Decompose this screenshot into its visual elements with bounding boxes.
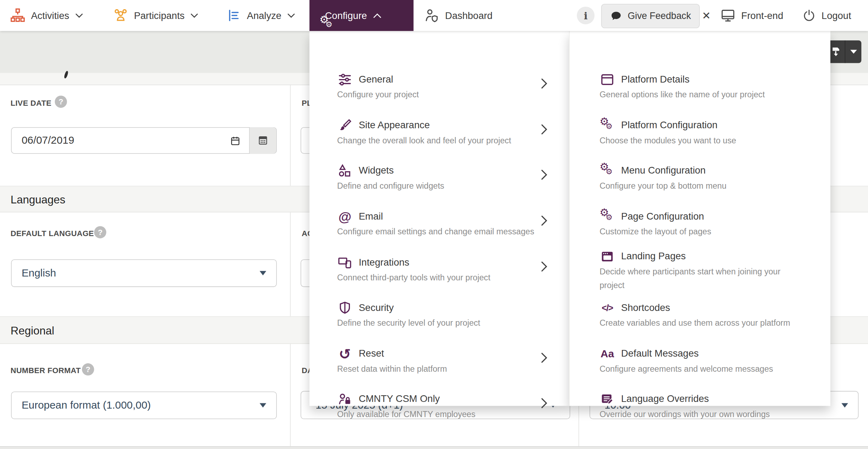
- menu-item-subtitle: Customize the layout of pages: [600, 224, 798, 238]
- save-split-button[interactable]: [827, 40, 862, 63]
- menu-item-email[interactable]: @ Email Configure email settings and cha…: [309, 210, 553, 253]
- menu-item-integrations[interactable]: Integrations Connect third-party tools w…: [309, 256, 553, 299]
- nav-item-participants[interactable]: Participants: [113, 0, 199, 31]
- top-navigation: Activities Participants Analyze ⚙⚙ Confi…: [0, 0, 868, 31]
- help-glyph: ?: [58, 97, 63, 106]
- speech-bubble-icon: [610, 10, 622, 22]
- menu-item-subtitle: Define and configure widgets: [337, 178, 564, 192]
- menu-item-title: Site Appearance: [359, 119, 430, 131]
- calendar-button[interactable]: [249, 127, 276, 154]
- aa-glyph: Aa: [601, 349, 614, 359]
- person-lock-icon: [337, 391, 353, 407]
- menu-item-subtitle: Choose the modules you want to use: [600, 133, 798, 147]
- help-glyph: ?: [98, 228, 102, 236]
- menu-item-subtitle: Change the overall look and feel of your…: [337, 133, 564, 147]
- gears-icon: ⚙⚙: [600, 163, 615, 178]
- nav-item-logout[interactable]: Logout: [802, 0, 851, 31]
- nav-item-front-end[interactable]: Front-end: [720, 0, 783, 31]
- gear-glyph: ⚙: [326, 20, 333, 28]
- at-icon: @: [337, 209, 353, 224]
- footer-strip: [0, 446, 868, 449]
- at-glyph: @: [338, 211, 351, 222]
- code-glyph: </>: [602, 302, 613, 313]
- nav-item-label: Analyze: [247, 10, 281, 21]
- help-icon[interactable]: ?: [94, 226, 107, 239]
- menu-item-widgets[interactable]: Widgets Define and configure widgets: [309, 164, 553, 207]
- menu-item-subtitle: Configure email settings and change emai…: [337, 224, 564, 238]
- menu-item-title: Menu Configuration: [621, 164, 706, 176]
- reset-icon: ↺: [337, 346, 353, 362]
- menu-item-subtitle: Only available for CMNTY employees: [337, 407, 564, 421]
- menu-item-title: Default Messages: [621, 347, 698, 359]
- chevron-right-icon: [540, 352, 549, 364]
- close-feedback-button[interactable]: ✕: [702, 9, 711, 22]
- info-button[interactable]: i: [577, 7, 594, 24]
- menu-item-platform-configuration[interactable]: ⚙⚙ Platform Configuration Choose the mod…: [572, 119, 816, 162]
- chevron-down-icon: [260, 271, 266, 275]
- menu-item-subtitle: Define the security level of your projec…: [337, 316, 564, 330]
- close-icon: ✕: [702, 10, 711, 21]
- menu-item-landing-pages[interactable]: Landing Pages Decide where participants …: [572, 250, 816, 305]
- app-root: LIVE DATE ? 06/07/2019 PL Languages DEFA…: [0, 0, 868, 449]
- nav-item-label: Participants: [134, 10, 185, 21]
- number-format-label: NUMBER FORMAT: [11, 366, 81, 375]
- give-feedback-button[interactable]: Give Feedback: [601, 4, 700, 28]
- chevron-down-icon: [287, 13, 296, 18]
- menu-item-page-configuration[interactable]: ⚙⚙ Page Configuration Customize the layo…: [572, 210, 816, 253]
- date-picker-icon[interactable]: [230, 136, 241, 147]
- menu-item-subtitle: Configure your project: [337, 87, 564, 101]
- menu-item-general[interactable]: General Configure your project: [309, 73, 553, 116]
- nav-item-label: Configure: [325, 10, 367, 21]
- nav-item-label: Activities: [31, 10, 69, 21]
- menu-item-platform-details[interactable]: Platform Details General options like th…: [572, 73, 816, 116]
- chevron-right-icon: [540, 169, 549, 181]
- menu-item-security[interactable]: Security Define the security level of yo…: [309, 301, 553, 345]
- chevron-down-icon: [841, 403, 848, 408]
- code-icon: </>: [600, 300, 615, 316]
- menu-item-subtitle: Configure agreements and welcome message…: [600, 362, 798, 375]
- nav-item-analyze[interactable]: Analyze: [227, 0, 296, 31]
- menu-item-subtitle: Reset data within the platform: [337, 362, 564, 375]
- number-format-select[interactable]: European format (1.000,00): [11, 391, 277, 419]
- chevron-right-icon: [540, 260, 549, 273]
- window-icon: [600, 72, 615, 87]
- menu-item-menu-configuration[interactable]: ⚙⚙ Menu Configuration Configure your top…: [572, 164, 816, 207]
- menu-item-title: Language Overrides: [621, 393, 709, 405]
- chevron-right-icon: [540, 215, 549, 227]
- menu-item-shortcodes[interactable]: </> Shortcodes Create variables and use …: [572, 301, 816, 345]
- configure-menu-left-panel: General Configure your project Site Appe…: [309, 31, 569, 406]
- menu-item-reset[interactable]: ↺ Reset Reset data within the platform: [309, 347, 553, 390]
- menu-item-title: Email: [359, 210, 383, 222]
- nav-item-activities[interactable]: Activities: [10, 0, 83, 31]
- gear-glyph: ⚙: [606, 122, 613, 130]
- monitor-icon: [720, 8, 736, 23]
- window-filled-icon: [600, 249, 615, 264]
- menu-item-cmnty-csm-only[interactable]: CMNTY CSM Only Only available for CMNTY …: [309, 393, 553, 436]
- nav-item-configure[interactable]: ⚙⚙ Configure: [309, 0, 414, 31]
- sliders-icon: [337, 72, 353, 87]
- menu-item-title: Landing Pages: [621, 250, 686, 262]
- nav-item-label: Front-end: [741, 10, 783, 21]
- default-language-select[interactable]: English: [11, 259, 277, 287]
- chevron-down-icon: [850, 50, 857, 54]
- menu-item-title: General: [359, 73, 393, 85]
- live-date-input[interactable]: 06/07/2019: [11, 127, 277, 154]
- menu-item-language-overrides[interactable]: Language Overrides Override our wordings…: [572, 393, 816, 436]
- menu-item-title: Page Configuration: [621, 210, 704, 222]
- menu-item-title: Widgets: [359, 164, 394, 176]
- menu-item-default-messages[interactable]: Aa Default Messages Configure agreements…: [572, 347, 816, 390]
- menu-item-subtitle: General options like the name of your pr…: [600, 87, 798, 101]
- menu-item-title: Security: [359, 301, 394, 314]
- help-icon[interactable]: ?: [82, 363, 94, 376]
- org-chart-icon: [10, 8, 25, 23]
- menu-item-subtitle: Override our wordings with your own word…: [600, 407, 798, 421]
- menu-item-subtitle: Create variables and use them across you…: [600, 316, 798, 330]
- save-options-caret[interactable]: [845, 40, 861, 63]
- aa-icon: Aa: [600, 346, 615, 362]
- power-icon: [802, 8, 816, 22]
- help-icon[interactable]: ?: [55, 96, 67, 108]
- menu-item-site-appearance[interactable]: Site Appearance Change the overall look …: [309, 119, 553, 162]
- chevron-right-icon: [540, 77, 549, 90]
- nav-item-dashboard[interactable]: Dashboard: [424, 0, 493, 31]
- menu-item-subtitle: Configure your top & bottom menu: [600, 178, 798, 192]
